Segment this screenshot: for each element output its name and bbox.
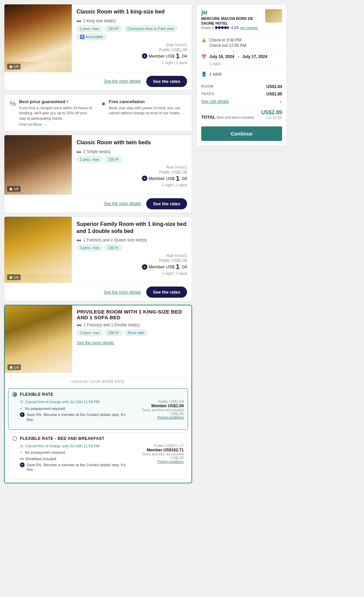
room-actions-3: See the room details See the rates	[4, 283, 192, 301]
room-info-superior: Superior Family Room with 1 king-size be…	[72, 217, 192, 283]
room-card-privilege: ▣ 1/6 PRIVILEGE ROOM with 1 king-size be…	[4, 305, 192, 483]
free-cancel-text: Book your stay with peace of mind, you c…	[109, 106, 186, 116]
taxes-price-row: TAXES US$1.85	[201, 90, 282, 98]
date-range: July 16, 2024 → July 17, 2024	[209, 54, 267, 59]
circle-2	[218, 26, 221, 29]
circle-5	[227, 26, 230, 29]
see-rates-button-3[interactable]: See the rates	[146, 287, 187, 298]
hotel-thumbnail	[265, 9, 282, 23]
room-image-superior[interactable]: ▣ 1/6	[4, 217, 72, 283]
room-tags-2: 2 pers. max 236 ft²	[77, 156, 187, 162]
taxes-label: TAXES	[201, 92, 214, 96]
room-image-classic-twin[interactable]: ▣ 1/6	[4, 135, 72, 195]
see-cart-row[interactable]: See cart details ∨	[201, 98, 282, 105]
check-icon-bb: ✓	[20, 450, 23, 455]
see-details-link-1[interactable]: See the room details	[104, 79, 141, 84]
rate-member-price-flexible: Member US$1.04	[130, 404, 184, 408]
best-price-link[interactable]: Find out More →	[19, 122, 95, 126]
pricing-conditions-flexible[interactable]: Pricing conditions	[130, 416, 184, 419]
image-counter-2: ▣ 1/6	[7, 186, 21, 192]
room-info-classic-king: Classic Room with 1 king-size bed 🛏 1 Ki…	[72, 4, 192, 72]
divider-1	[201, 34, 282, 35]
room-tags-1: 2 pers. max 193 ft² Courtyard View or Pa…	[77, 26, 187, 40]
hotel-category: Hotels 4	[201, 26, 214, 30]
best-price-text: If you find a cheaper price within 24 ho…	[19, 106, 95, 121]
rate-option-bb[interactable]: FLEXIBLE RATE - BED AND BREAKFAST ⊙ Canc…	[8, 432, 188, 480]
stars-row: Hotels 4 4.2/5 see reviews	[201, 26, 262, 30]
room-tags-4: 3 pers. max 236 ft² River side	[77, 330, 187, 336]
circle-4	[224, 26, 227, 29]
tag-maxpers-4: 3 pers. max	[77, 330, 103, 336]
tag-size-3: 236 ft²	[104, 245, 122, 251]
room-price-row: ROOM US$1.04	[201, 83, 282, 90]
rate-from-1: Rate from(1)	[77, 43, 187, 47]
see-details-link-3[interactable]: See the room details	[104, 290, 141, 295]
member-price-1: ● Member US$1.04	[77, 52, 187, 60]
room-info-classic-twin: Classic Room with twin beds 🛏 2 Single b…	[72, 135, 192, 195]
nights-adults-1: 1 night | 1 adult	[77, 61, 187, 65]
cancel-check-icon-bb: ⊙	[20, 444, 23, 449]
member-save-icon-flexible: ●	[20, 412, 25, 417]
rate-member-price-bb: Member US$162.71	[130, 448, 184, 452]
rate-from-3: Rate from(1)	[77, 253, 187, 258]
bed-info-2: 🛏 2 Single bed(s)	[77, 149, 187, 154]
see-rates-button-2[interactable]: See the rates	[146, 198, 187, 209]
pricing-3: Public US$1.09 ● Member US$1.04	[77, 258, 187, 271]
free-cancel-title: Free cancellation	[109, 99, 186, 104]
divider-3	[201, 68, 282, 69]
room-tags-3: 3 pers. max 236 ft²	[77, 245, 187, 251]
rate-radio-bb[interactable]	[12, 436, 17, 441]
rate-option-flexible[interactable]: FLEXIBLE RATE ⊙ Cancel free of charge un…	[8, 388, 188, 429]
room-image-privilege[interactable]: ▣ 1/6	[5, 305, 72, 373]
hotel-brand-block: ∫м MERCURE MACON BORD DE SAONE HOTEL Hot…	[201, 9, 262, 31]
member-icon-3: ●	[142, 264, 147, 270]
pricing-1: Public US$1.09 ● Member US$1.04	[77, 48, 187, 60]
total-sub: (fees and taxes included)	[217, 116, 254, 119]
see-details-link-4[interactable]: See the room details	[77, 340, 114, 345]
tag-accessible-1: ♿ Accessible	[77, 34, 107, 40]
member-save-icon-bb: ●	[20, 462, 25, 467]
feature-cancel-flexible: ⊙ Cancel free of charge until Jul 15th 1…	[20, 399, 130, 405]
checkin-row: 🔒 Check-in 3:00 PM Check-out 12:00 PM	[201, 37, 282, 49]
tag-maxpers-2: 2 pers. max	[77, 156, 102, 162]
checkin-icon: 🔒	[201, 37, 207, 42]
member-price-3: ● Member US$1.04	[77, 263, 187, 271]
tag-maxpers-3: 3 pers. max	[77, 245, 102, 251]
see-rates-button-1[interactable]: See the rates	[146, 76, 187, 87]
rate-price-col-flexible: Public US$1.09 Member US$1.04 Taxes and …	[130, 399, 184, 419]
rate-option-bb-header: FLEXIBLE RATE - BED AND BREAKFAST	[12, 436, 184, 441]
feature-prepay-flexible: ✓ No prepayment required	[20, 406, 130, 411]
see-details-link-2[interactable]: See the room details	[104, 201, 141, 206]
best-price-title: Best price guaranteed !	[19, 99, 95, 104]
feature-prepay-bb: ✓ No prepayment required	[20, 450, 130, 455]
breakfast-icon-bb: 🍽	[20, 456, 24, 461]
see-cart-link[interactable]: See cart details	[201, 99, 229, 104]
member-icon-2: ●	[142, 176, 147, 181]
rate-option-flexible-header: FLEXIBLE RATE	[12, 392, 184, 397]
member-price-2: ● Member US$1.04	[77, 175, 187, 182]
room-actions-1: See the room details See the rates	[4, 72, 192, 90]
free-cancel-guarantee: ● Free cancellation Book your stay with …	[101, 99, 186, 126]
rate-radio-flexible[interactable]	[12, 392, 17, 397]
public-price-3: Public US$1.09	[77, 258, 187, 263]
image-counter-4: ▣ 1/6	[7, 364, 21, 370]
pricing-conditions-bb[interactable]: Pricing conditions	[130, 460, 184, 464]
room-image-classic-king[interactable]: ▣ 1/6	[4, 4, 72, 72]
public-price-2: Public US$1.09	[77, 170, 187, 175]
review-link[interactable]: see reviews	[240, 26, 258, 30]
feature-member-bb: ● Save 5%. Become a member at the Contac…	[20, 462, 130, 472]
room-actions-2: See the room details See the rates	[4, 195, 192, 213]
continue-button[interactable]: Continue	[201, 126, 282, 141]
rating-circles	[215, 26, 230, 29]
nights-adults-3: 1 night | 1 adult	[77, 271, 187, 275]
room-price-value: US$1.04	[266, 84, 282, 89]
tag-size-2: 236 ft²	[104, 156, 122, 162]
divider-2	[201, 51, 282, 52]
best-price-content: Best price guaranteed ! If you find a ch…	[19, 99, 95, 126]
adults-text: 1 adult	[209, 71, 221, 77]
adults-row: 👤 1 adult	[201, 71, 282, 77]
circle-3	[221, 26, 224, 29]
rate-price-row-flexible: ⊙ Cancel free of charge until Jul 15th 1…	[12, 399, 184, 426]
bed-icon-3: 🛏	[77, 237, 81, 243]
feature-member-flexible: ● Save 5%. Become a member at the Contac…	[20, 412, 130, 422]
